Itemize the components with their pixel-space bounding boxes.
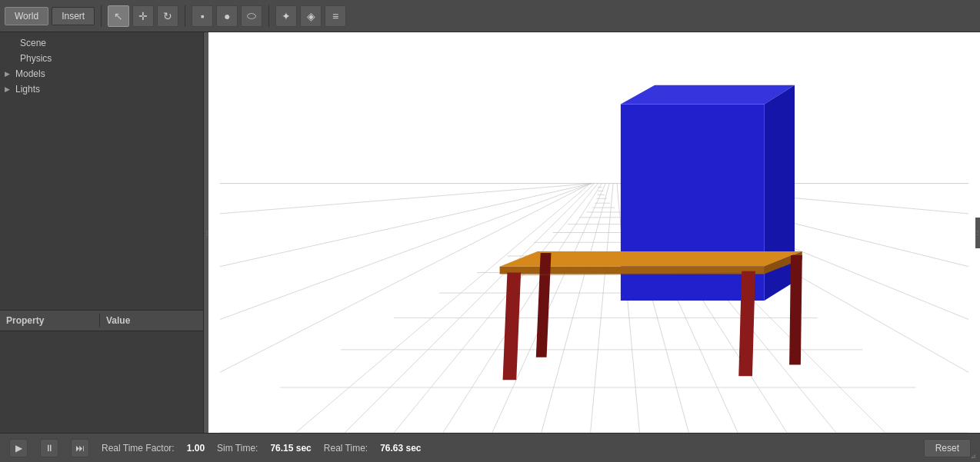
sim-time-label: Sim Time: [217,443,258,454]
realtime-factor-value: 1.00 [187,443,205,454]
realtime-factor-label: Real Time Factor: [102,443,175,454]
properties-panel: Property Value [0,310,203,433]
viewport-svg [208,32,980,433]
bottom-bar: ▶ ⏸ ⏭ Real Time Factor: 1.00 Sim Time: 7… [0,433,980,462]
play-button[interactable]: ▶ [9,439,28,457]
rotate-icon[interactable]: ↻ [157,5,178,27]
property-column-header: Property [0,314,100,327]
models-item[interactable]: ▶ Models [0,66,203,81]
select-icon[interactable]: ↖ [108,5,129,27]
resize-corner-icon: ⊿ [971,453,978,460]
viewport-3d[interactable]: ⋮ [208,32,980,433]
scene-label: Scene [20,38,46,48]
toolbar-separator-1 [101,5,102,27]
right-resize-handle[interactable]: ⋮ [975,218,980,248]
toolbar-separator-2 [185,5,185,27]
cylinder-icon[interactable]: ⬭ [241,5,262,27]
lights-arrow: ▶ [5,85,12,93]
sphere-icon[interactable]: ● [216,5,238,27]
step-button[interactable]: ⏭ [71,439,89,457]
main-content: Scene Physics ▶ Models ▶ Lights Property… [0,32,980,433]
scene-item[interactable]: Scene [0,35,203,51]
models-arrow: ▶ [5,70,12,78]
translate-icon[interactable]: ✛ [132,5,154,27]
pause-button[interactable]: ⏸ [40,439,58,457]
lights-label: Lights [15,84,40,95]
reset-button[interactable]: Reset [924,439,971,457]
real-time-value: 76.63 sec [380,443,421,454]
physics-item[interactable]: Physics [0,51,203,66]
left-panel: Scene Physics ▶ Models ▶ Lights Property… [0,32,204,433]
top-toolbar: World Insert ↖ ✛ ↻ ▪ ● ⬭ ✦ ◈ ≡ [0,0,980,32]
physics-label: Physics [20,53,52,64]
svg-marker-49 [789,255,802,365]
box-icon[interactable]: ▪ [192,5,213,27]
world-tree: Scene Physics ▶ Models ▶ Lights [0,32,203,310]
lights-item[interactable]: ▶ Lights [0,81,203,97]
viewport-canvas [208,32,980,433]
world-tab[interactable]: World [5,7,48,25]
camera-icon[interactable]: ◈ [300,5,322,27]
real-time-label: Real Time: [324,443,368,454]
lights-icon[interactable]: ✦ [275,5,297,27]
properties-header: Property Value [0,311,203,331]
models-label: Models [15,68,45,79]
insert-tab[interactable]: Insert [52,7,95,25]
lines-icon[interactable]: ≡ [325,5,346,27]
toolbar-separator-3 [268,5,269,27]
sim-time-value: 76.15 sec [270,443,311,454]
value-column-header: Value [100,314,136,327]
